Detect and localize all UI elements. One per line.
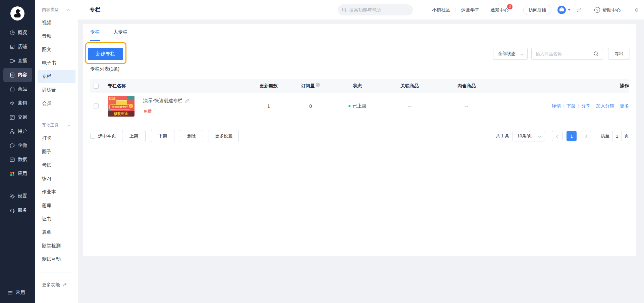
subnav-item-trainingcamp[interactable]: 训练营 — [38, 83, 75, 97]
tab-column[interactable]: 专栏 — [90, 24, 100, 41]
chevron-down-icon — [521, 52, 524, 55]
sidebar-item-overview[interactable]: 概况 — [3, 26, 32, 40]
subnav-item-column[interactable]: 专栏 — [38, 70, 75, 83]
more-features-link[interactable]: 更多功能 — [35, 278, 78, 291]
chevron-down-icon — [538, 134, 541, 138]
help-center-label: 帮助中心 — [602, 7, 621, 13]
subnav-item-certificate[interactable]: 证书 — [38, 212, 75, 226]
page-size-select[interactable]: 10条/页 — [513, 131, 545, 141]
help-center-link[interactable]: ? 帮助中心 — [594, 7, 621, 13]
next-page-button[interactable] — [581, 131, 591, 141]
search-icon[interactable] — [593, 51, 599, 56]
edit-pencil-icon[interactable] — [185, 98, 190, 103]
notification-label: 通知中心 — [490, 7, 508, 12]
chevron-down-icon[interactable] — [568, 9, 571, 11]
column-header-name: 专栏名称 — [108, 83, 126, 89]
delete-button[interactable]: 删除 — [180, 130, 203, 142]
action-more-link[interactable]: 更多 — [620, 103, 629, 109]
unpublish-button[interactable]: 下架 — [151, 130, 174, 142]
sidebar-item-apps[interactable]: 应用 — [3, 167, 32, 181]
sidebar-item-label: 交易 — [18, 114, 27, 120]
sidebar-item-service[interactable]: 服务 — [3, 203, 32, 217]
brand-logo[interactable] — [0, 0, 35, 26]
notification-center-link[interactable]: 通知中心 3 — [490, 7, 508, 13]
apps-grid-icon — [9, 171, 15, 177]
sidebar-item-wecom[interactable]: 企微 — [3, 138, 32, 153]
subnav-item-practice[interactable]: 练习 — [38, 172, 75, 185]
collapse-sidebar-icon[interactable] — [633, 7, 639, 13]
sidebar-item-settings[interactable]: 设置 — [3, 189, 32, 203]
global-search[interactable] — [338, 4, 413, 15]
sidebar-item-frequently-used[interactable]: 常用 — [3, 286, 32, 299]
select-all-checkbox[interactable] — [94, 84, 99, 89]
more-settings-button[interactable]: 更多设置 — [209, 130, 239, 142]
community-link[interactable]: 小鹅社区 — [432, 7, 450, 13]
subnav-item-circle[interactable]: 圈子 — [38, 145, 75, 159]
action-distribution-link[interactable]: 加入分销 — [596, 103, 614, 109]
subnav-item-label: 表单 — [42, 229, 51, 235]
sidebar-divider — [6, 185, 29, 185]
publish-button[interactable]: 上架 — [122, 130, 146, 142]
page-title: 专栏 — [90, 6, 100, 13]
subnav-item-checkin[interactable]: 打卡 — [38, 132, 75, 145]
action-detail-link[interactable]: 详情 — [552, 103, 561, 109]
topbar-separator — [455, 8, 456, 12]
subnav-item-label: 随堂检测 — [42, 243, 61, 249]
subnav-item-label: 题库 — [42, 203, 51, 209]
product-search-input[interactable] — [536, 51, 593, 56]
subnav-divider — [40, 272, 73, 272]
jump-page-input[interactable] — [612, 131, 622, 141]
table-row: 演示 快速创建专栏 ✓ 修改封面 演示-快速创建专栏 免费 — [90, 93, 629, 119]
action-unpublish-link[interactable]: 下架 — [567, 103, 576, 109]
global-search-input[interactable] — [349, 7, 403, 12]
subnav-item-imagetext[interactable]: 图文 — [38, 43, 75, 56]
external-arrow-icon — [62, 283, 67, 287]
subnav-item-test-interaction[interactable]: 测试互动 — [38, 253, 75, 266]
column-cover-thumbnail[interactable]: 演示 快速创建专栏 ✓ 修改封面 — [108, 96, 135, 117]
status-filter-select[interactable]: 全部状态 — [493, 48, 528, 60]
export-button[interactable]: 导出 — [608, 48, 630, 60]
action-share-link[interactable]: 分享 — [581, 103, 590, 109]
subnav-item-member[interactable]: 会员 — [38, 97, 75, 110]
subnav-item-exam[interactable]: 考试 — [38, 159, 75, 172]
sidebar-item-label: 概况 — [18, 30, 27, 36]
section-header-interactive-tools[interactable]: 互动工具 — [35, 116, 78, 132]
sidebar-item-label: 内容 — [18, 72, 27, 78]
bag-icon — [9, 86, 15, 92]
row-checkbox[interactable] — [94, 103, 99, 109]
tab-big-column[interactable]: 大专栏 — [113, 24, 127, 41]
subnav-item-questionbank[interactable]: 题库 — [38, 199, 75, 212]
info-icon[interactable] — [316, 83, 320, 87]
column-header-status: 状态 — [353, 83, 362, 89]
sidebar-item-shop[interactable]: 店铺 — [3, 40, 32, 54]
current-page-button[interactable]: 1 — [567, 131, 577, 141]
section-header-content-types[interactable]: 内容类型 — [35, 0, 78, 16]
subnav-item-quiz[interactable]: 随堂检测 — [38, 239, 75, 253]
subnav-item-homework[interactable]: 作业本 — [38, 185, 75, 199]
sidebar-item-live[interactable]: 直播 — [3, 54, 32, 68]
visit-shop-button[interactable]: 访问店铺 — [523, 5, 551, 15]
new-column-button[interactable]: 新建专栏 — [88, 48, 123, 60]
column-name[interactable]: 演示-快速创建专栏 — [143, 98, 182, 104]
subnav-item-form[interactable]: 表单 — [38, 226, 75, 239]
subnav-item-label: 训练营 — [42, 87, 56, 93]
change-cover-overlay[interactable]: 修改封面 — [108, 111, 135, 117]
section-title: 内容类型 — [42, 7, 59, 13]
sidebar-item-goods[interactable]: 商品 — [3, 82, 32, 96]
subnav-item-audio[interactable]: 音频 — [38, 30, 75, 43]
product-search[interactable] — [531, 48, 603, 60]
sidebar-item-content[interactable]: 内容 — [3, 68, 32, 82]
sidebar-item-marketing[interactable]: 营销 — [3, 96, 32, 110]
avatar[interactable] — [557, 6, 566, 14]
switch-account-icon[interactable] — [576, 7, 582, 13]
content-card: 专栏 大专栏 新建专栏 全部状态 导出 专栏列表(1条) 专栏名称 更新期数 — [83, 24, 636, 256]
select-page-checkbox[interactable] — [90, 134, 95, 139]
prev-page-button[interactable] — [552, 131, 562, 141]
primary-nav: 概况 店铺 直播 内容 商品 营销 — [0, 26, 35, 217]
operation-school-link[interactable]: 运营学堂 — [461, 7, 479, 13]
sidebar-item-users[interactable]: 用户 — [3, 124, 32, 138]
sidebar-item-data[interactable]: 数据 — [3, 153, 32, 167]
subnav-item-video[interactable]: 视频 — [38, 16, 75, 30]
sidebar-item-trade[interactable]: 交易 — [3, 110, 32, 124]
subnav-item-ebook[interactable]: 电子书 — [38, 56, 75, 70]
